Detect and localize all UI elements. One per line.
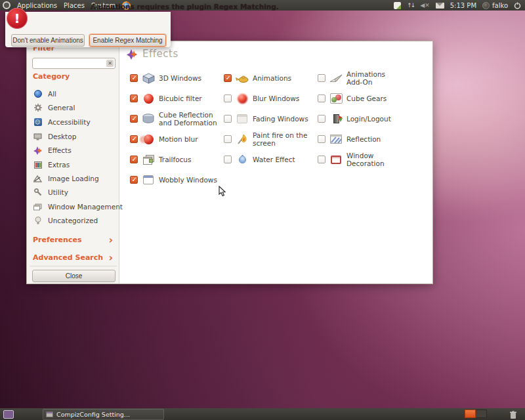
sidebar-item-general[interactable]: General [33, 101, 116, 114]
category-label: Uncategorized [48, 217, 98, 224]
category-label: Extras [48, 161, 70, 169]
sidebar-item-effects[interactable]: Effects [33, 144, 116, 157]
effect-label: 3D Windows [159, 74, 223, 82]
category-label: General [48, 104, 75, 112]
effect-checkbox[interactable] [224, 156, 232, 163]
effect-checkbox[interactable] [318, 115, 326, 123]
effect-item-trailfocus[interactable]: Trailfocus [130, 150, 223, 169]
volume-muted-icon[interactable]: ◀✕ [420, 2, 429, 9]
effect-item-fading-windows[interactable]: Fading Windows [224, 110, 317, 128]
effect-checkbox[interactable] [130, 94, 138, 102]
red-sphere-icon [142, 94, 155, 104]
effect-label: Paint fire on the screen [253, 131, 317, 147]
effect-checkbox[interactable] [224, 115, 232, 123]
effect-checkbox[interactable] [130, 135, 138, 143]
effect-item-paint-fire[interactable]: Paint fire on the screen [224, 130, 317, 148]
effect-item-blur-windows[interactable]: Blur Windows [224, 89, 317, 108]
preferences-label: Preferences [33, 236, 81, 244]
power-icon[interactable] [514, 2, 521, 9]
effect-item-motion-blur[interactable]: Motion blur [130, 130, 223, 148]
mail-envelope-icon[interactable] [436, 3, 444, 9]
close-button[interactable]: Close [32, 270, 116, 282]
effect-checkbox[interactable] [318, 156, 326, 163]
magic-lamp-icon [236, 74, 249, 83]
updown-arrows-icon[interactable]: ↑↓ [407, 2, 414, 9]
effect-label: Window Decoration [346, 152, 396, 167]
chevron-right-icon: › [109, 255, 113, 261]
desktop-icon [33, 133, 42, 140]
search-input[interactable] [33, 60, 106, 67]
filter-search-box[interactable]: ✕ [32, 58, 116, 69]
sidebar-item-extras[interactable]: Extras [33, 158, 116, 171]
effect-checkbox[interactable] [318, 94, 326, 102]
show-desktop-icon[interactable] [3, 410, 14, 419]
effect-label: Login/Logout [346, 115, 396, 123]
ccsm-window: Filter ✕ Category All General ☺ Accessib… [26, 41, 433, 284]
menu-places[interactable]: Places [64, 2, 85, 9]
effect-checkbox[interactable] [318, 74, 326, 82]
sidebar-item-all[interactable]: All [33, 87, 116, 100]
dont-enable-animations-button[interactable]: Don't enable Animations [11, 34, 85, 47]
sidebar-item-image-loading[interactable]: Image Loading [33, 172, 116, 185]
taskbar-window-button[interactable]: CompizConfig Setting... [43, 409, 164, 420]
effect-label: Water Effect [253, 156, 317, 163]
sidebar-item-window-management[interactable]: Window Management [33, 200, 116, 213]
user-menu[interactable]: falko [482, 2, 508, 9]
image-loading-icon [33, 175, 42, 182]
effect-checkbox[interactable] [224, 135, 232, 143]
taskbar-window-label: CompizConfig Setting... [56, 411, 130, 418]
effect-item-animations-add-on[interactable]: Animations Add-On [318, 69, 396, 87]
enable-regex-matching-button[interactable]: Enable Regex Matching [89, 34, 166, 47]
uncategorized-bulb-icon [33, 217, 42, 224]
sidebar-link-preferences[interactable]: Preferences › [33, 236, 113, 244]
clock[interactable]: 5:13 PM [450, 2, 476, 9]
workspace-active[interactable] [465, 410, 476, 418]
effect-item-3d-windows[interactable]: 3D Windows [130, 69, 223, 87]
menu-applications[interactable]: Applications [17, 2, 57, 9]
category-label: Accessibility [48, 118, 91, 126]
sidebar-link-advanced-search[interactable]: Advanced Search › [33, 253, 113, 262]
effect-checkbox[interactable] [130, 115, 138, 123]
effect-checkbox[interactable] [224, 74, 232, 82]
effect-checkbox[interactable] [224, 94, 232, 102]
notes-indicator-icon[interactable] [394, 2, 401, 9]
cylinder-icon [142, 114, 155, 124]
effect-item-window-decoration[interactable]: Window Decoration [318, 150, 396, 169]
warning-icon: ! [7, 8, 28, 29]
water-drop-icon [236, 156, 249, 163]
user-avatar-icon [482, 2, 490, 9]
effect-checkbox[interactable] [318, 135, 326, 143]
effect-label: Animations [253, 74, 317, 82]
cube-gears-icon [329, 93, 343, 104]
effect-item-bicubic-filter[interactable]: Bicubic filter [130, 89, 223, 108]
effect-label: Fading Windows [253, 115, 317, 123]
effect-checkbox[interactable] [130, 176, 138, 184]
effect-item-cube-gears[interactable]: Cube Gears [318, 89, 396, 108]
effect-item-wobbly-windows[interactable]: Wobbly Windows [130, 171, 223, 189]
effect-checkbox[interactable] [130, 74, 138, 82]
clear-search-icon[interactable]: ✕ [106, 60, 114, 67]
cube-3d-icon [142, 73, 155, 84]
window-icon [142, 175, 155, 184]
sidebar-item-desktop[interactable]: Desktop [33, 130, 116, 143]
effect-checkbox[interactable] [130, 156, 138, 163]
trash-icon[interactable] [509, 410, 517, 420]
windows-stack-icon [142, 155, 155, 165]
advanced-search-label: Advanced Search [33, 253, 103, 262]
globe-icon [33, 90, 42, 98]
effect-item-cube-reflection[interactable]: Cube Reflection and Deformation [130, 110, 223, 128]
distro-logo-icon[interactable] [3, 1, 10, 9]
effect-item-animations[interactable]: Animations [224, 69, 317, 87]
effect-item-water-effect[interactable]: Water Effect [224, 150, 317, 169]
sidebar-item-utility[interactable]: Utility [33, 186, 116, 199]
workspace-switcher[interactable] [465, 410, 487, 418]
workspace-idle[interactable] [476, 410, 487, 418]
window-icon [46, 411, 53, 417]
paper-plane-icon [329, 74, 343, 83]
sidebar-item-uncategorized[interactable]: Uncategorized [33, 214, 116, 227]
fading-window-icon [236, 114, 249, 123]
desktop: Filter ✕ Category All General ☺ Accessib… [0, 0, 525, 420]
sidebar-item-accessibility[interactable]: ☺ Accessibility [33, 116, 116, 129]
effect-item-login-logout[interactable]: Login/Logout [318, 110, 396, 128]
effect-item-reflection[interactable]: Reflection [318, 130, 396, 148]
